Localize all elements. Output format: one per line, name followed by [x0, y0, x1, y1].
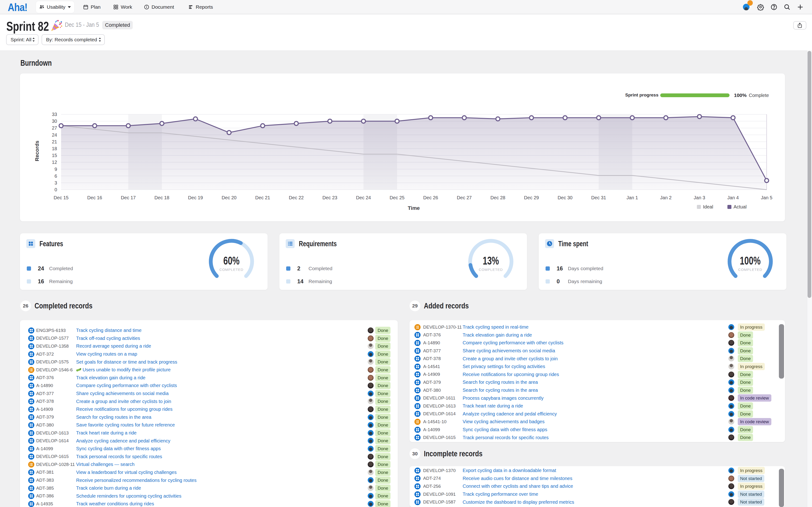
svg-text:Actual: Actual: [733, 204, 747, 209]
svg-text:Dec 27: Dec 27: [457, 195, 471, 200]
svg-text:Jan 4: Jan 4: [727, 195, 739, 200]
svg-text:Dec 16: Dec 16: [87, 195, 102, 200]
svg-text:Dec 22: Dec 22: [289, 195, 304, 200]
svg-text:0: 0: [54, 187, 57, 192]
svg-text:21: 21: [52, 139, 57, 144]
svg-text:Jan 5: Jan 5: [761, 195, 772, 200]
svg-text:Dec 23: Dec 23: [322, 195, 337, 200]
svg-text:Dec 20: Dec 20: [221, 195, 236, 200]
svg-text:Jan 3: Jan 3: [694, 195, 705, 200]
svg-text:Time: Time: [408, 205, 420, 211]
svg-text:30: 30: [52, 119, 57, 124]
svg-text:Dec 15: Dec 15: [54, 195, 68, 200]
svg-text:6: 6: [54, 173, 57, 179]
svg-text:Jan 1: Jan 1: [627, 195, 638, 200]
svg-text:Dec 24: Dec 24: [356, 195, 371, 200]
svg-text:Dec 29: Dec 29: [524, 195, 539, 200]
svg-text:Dec 30: Dec 30: [558, 195, 572, 200]
svg-text:Records: Records: [34, 140, 40, 161]
svg-text:9: 9: [54, 167, 57, 172]
svg-text:Dec 18: Dec 18: [154, 195, 169, 200]
svg-text:Dec 21: Dec 21: [255, 195, 270, 200]
svg-text:Dec 28: Dec 28: [490, 195, 505, 200]
svg-text:Jan 2: Jan 2: [660, 195, 672, 200]
svg-text:18: 18: [52, 146, 57, 151]
svg-text:3: 3: [54, 180, 57, 185]
svg-text:33: 33: [52, 112, 57, 117]
svg-text:24: 24: [52, 132, 57, 137]
svg-text:27: 27: [52, 125, 57, 130]
svg-text:Dec 19: Dec 19: [188, 195, 203, 200]
svg-text:Dec 17: Dec 17: [121, 195, 136, 200]
svg-text:Ideal: Ideal: [703, 204, 713, 209]
svg-text:Dec 31: Dec 31: [591, 195, 606, 200]
svg-text:Dec 26: Dec 26: [423, 195, 438, 200]
svg-text:12: 12: [52, 160, 57, 165]
svg-text:Dec 25: Dec 25: [390, 195, 404, 200]
svg-text:15: 15: [52, 153, 57, 158]
